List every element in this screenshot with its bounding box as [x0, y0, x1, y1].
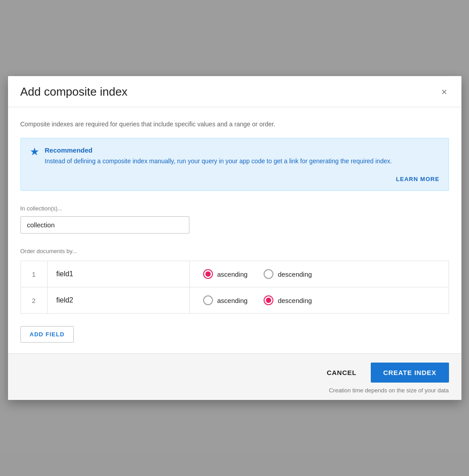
field-name-2: field2 [47, 287, 189, 314]
ascending-radio-2[interactable] [203, 295, 213, 305]
collection-input[interactable] [20, 216, 189, 234]
radio-group-2: ascending descending [203, 295, 435, 305]
ascending-option-2[interactable]: ascending [203, 295, 248, 305]
footer-note: Creation time depends on the size of you… [329, 387, 449, 394]
fields-table: 1 field1 ascending [20, 261, 449, 314]
field-number-2: 2 [20, 287, 47, 314]
radio-group-1: ascending descending [203, 269, 435, 279]
recommendation-box: ★ Recommended Instead of defining a comp… [20, 138, 449, 191]
ascending-option-1[interactable]: ascending [203, 269, 248, 279]
field-options-2: ascending descending [189, 287, 449, 314]
order-label: Order documents by... [20, 248, 449, 254]
footer-buttons: CANCEL CREATE INDEX [316, 363, 449, 383]
dialog-title: Add composite index [20, 85, 128, 99]
descending-option-2[interactable]: descending [264, 295, 312, 305]
table-row: 2 field2 ascending [20, 287, 449, 314]
descending-label-2: descending [278, 297, 312, 304]
ascending-radio-1[interactable] [203, 269, 213, 279]
cancel-button[interactable]: CANCEL [316, 363, 367, 382]
create-index-button[interactable]: CREATE INDEX [371, 363, 449, 383]
ascending-label-1: ascending [217, 270, 248, 278]
close-button[interactable]: × [440, 85, 449, 99]
collection-label: In collection(s)... [20, 205, 449, 212]
ascending-label-2: ascending [217, 297, 248, 304]
add-field-button[interactable]: ADD FIELD [20, 326, 74, 343]
recommendation-top: ★ Recommended Instead of defining a comp… [30, 146, 440, 166]
descending-label-1: descending [278, 270, 312, 278]
recommendation-title: Recommended [45, 146, 440, 154]
learn-more-row: LEARN MORE [30, 174, 440, 184]
recommendation-text: Instead of defining a composite index ma… [45, 157, 440, 166]
descending-radio-inner-2 [266, 298, 271, 303]
field-number-1: 1 [20, 261, 47, 287]
dialog-header: Add composite index × [8, 76, 461, 107]
dialog-body: Composite indexes are required for queri… [8, 107, 461, 353]
ascending-radio-inner-1 [205, 271, 211, 277]
field-name-1: field1 [47, 261, 189, 287]
descending-option-1[interactable]: descending [264, 269, 312, 279]
dialog-overlay: Add composite index × Composite indexes … [0, 0, 469, 476]
star-icon: ★ [30, 145, 40, 158]
dialog: Add composite index × Composite indexes … [8, 76, 461, 400]
field-options-1: ascending descending [189, 261, 449, 287]
recommendation-content: Recommended Instead of defining a compos… [45, 146, 440, 166]
subtitle-text: Composite indexes are required for queri… [20, 120, 449, 129]
descending-radio-2[interactable] [264, 295, 273, 305]
learn-more-button[interactable]: LEARN MORE [396, 174, 440, 184]
descending-radio-1[interactable] [264, 269, 273, 279]
table-row: 1 field1 ascending [20, 261, 449, 287]
dialog-footer: CANCEL CREATE INDEX Creation time depend… [8, 353, 461, 400]
